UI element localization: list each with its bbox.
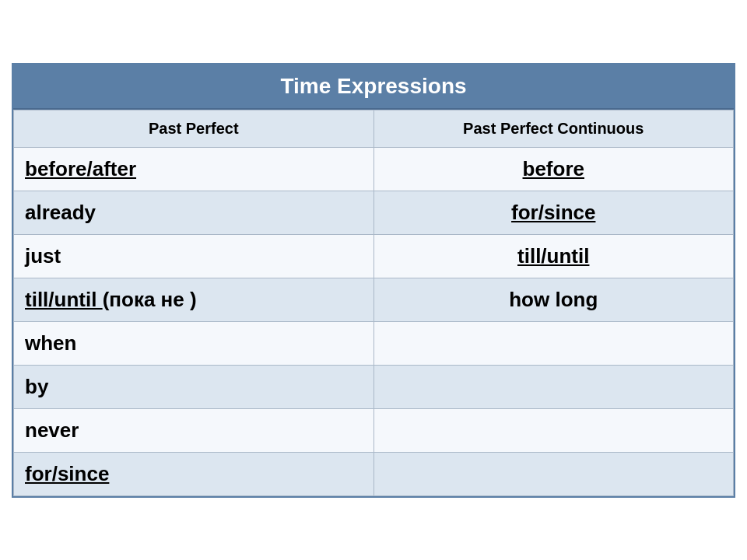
cell-row7-col2 <box>374 452 734 495</box>
table-row: never <box>14 408 734 452</box>
header-col2: Past Perfect Continuous <box>374 110 734 147</box>
table-row: for/since <box>14 452 734 495</box>
header-row: Past Perfect Past Perfect Continuous <box>14 110 734 147</box>
table-row: alreadyfor/since <box>14 191 734 234</box>
cell-row0-col2: before <box>374 147 734 191</box>
cell-row5-col2 <box>374 365 734 408</box>
table-row: by <box>14 365 734 408</box>
table-row: till/until (пока не )how long <box>14 278 734 321</box>
table-row: when <box>14 321 734 365</box>
cell-row2-col2: till/until <box>374 234 734 278</box>
cell-row4-col2 <box>374 321 734 365</box>
cell-row1-col1: already <box>14 191 374 234</box>
cell-row3-col2: how long <box>374 278 734 321</box>
cell-row3-col1: till/until (пока не ) <box>14 278 374 321</box>
cell-row6-col2 <box>374 408 734 452</box>
table-row: before/afterbefore <box>14 147 734 191</box>
table-title: Time Expressions <box>13 65 734 110</box>
cell-row7-col1: for/since <box>14 452 374 495</box>
cell-row1-col2: for/since <box>374 191 734 234</box>
cell-row2-col1: just <box>14 234 374 278</box>
table-row: justtill/until <box>14 234 734 278</box>
cell-row4-col1: when <box>14 321 374 365</box>
cell-row6-col1: never <box>14 408 374 452</box>
header-col1: Past Perfect <box>14 110 374 147</box>
cell-row0-col1: before/after <box>14 147 374 191</box>
cell-row5-col1: by <box>14 365 374 408</box>
time-expressions-table: Time Expressions Past Perfect Past Perfe… <box>12 63 735 498</box>
